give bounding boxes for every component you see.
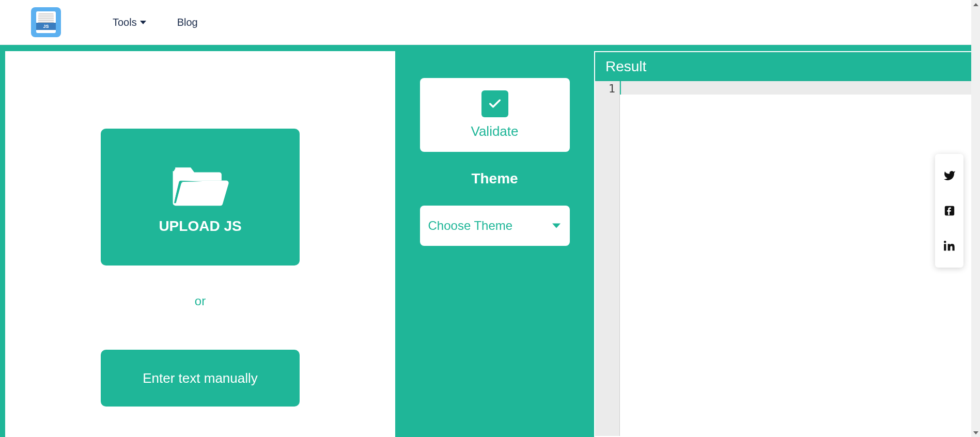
check-icon bbox=[481, 90, 508, 117]
nav-blog[interactable]: Blog bbox=[177, 17, 198, 28]
folder-open-icon bbox=[170, 160, 230, 209]
theme-select-label: Choose Theme bbox=[428, 218, 513, 233]
linkedin-icon[interactable] bbox=[943, 240, 956, 252]
controls-panel: Validate Theme Choose Theme bbox=[395, 51, 594, 437]
upload-panel: UPLOAD JS or Enter text manually bbox=[5, 51, 395, 437]
result-panel: Result 1 bbox=[594, 51, 974, 437]
social-share-panel bbox=[935, 154, 963, 268]
nav: Tools Blog bbox=[113, 17, 198, 28]
editor-gutter: 1 bbox=[595, 81, 620, 436]
editor-content[interactable] bbox=[620, 81, 973, 436]
caret-down-icon bbox=[140, 21, 146, 24]
scroll-down-icon[interactable] bbox=[971, 428, 980, 437]
or-text: or bbox=[195, 294, 206, 308]
twitter-icon[interactable] bbox=[943, 169, 956, 182]
theme-select[interactable]: Choose Theme bbox=[420, 206, 570, 246]
enter-text-button[interactable]: Enter text manually bbox=[101, 350, 300, 407]
scroll-up-icon[interactable] bbox=[971, 0, 980, 9]
main-area: UPLOAD JS or Enter text manually Validat… bbox=[0, 45, 980, 437]
editor-line-1[interactable] bbox=[620, 81, 973, 95]
validate-button[interactable]: Validate bbox=[420, 78, 570, 152]
facebook-icon[interactable] bbox=[943, 205, 956, 217]
result-heading: Result bbox=[595, 52, 973, 81]
page-scrollbar[interactable] bbox=[971, 0, 980, 437]
header: Tools Blog bbox=[0, 0, 980, 45]
enter-text-label: Enter text manually bbox=[143, 370, 258, 386]
chevron-down-icon bbox=[552, 224, 561, 228]
upload-button[interactable]: UPLOAD JS bbox=[101, 129, 300, 266]
nav-blog-label: Blog bbox=[177, 17, 198, 28]
line-number: 1 bbox=[595, 82, 615, 95]
nav-tools[interactable]: Tools bbox=[113, 17, 146, 28]
logo-document-icon bbox=[36, 11, 56, 33]
validate-label: Validate bbox=[471, 123, 518, 139]
theme-heading: Theme bbox=[471, 170, 518, 187]
upload-label: UPLOAD JS bbox=[159, 218, 241, 235]
nav-tools-label: Tools bbox=[113, 17, 137, 28]
logo[interactable] bbox=[31, 7, 61, 37]
result-editor[interactable]: 1 bbox=[595, 81, 973, 436]
